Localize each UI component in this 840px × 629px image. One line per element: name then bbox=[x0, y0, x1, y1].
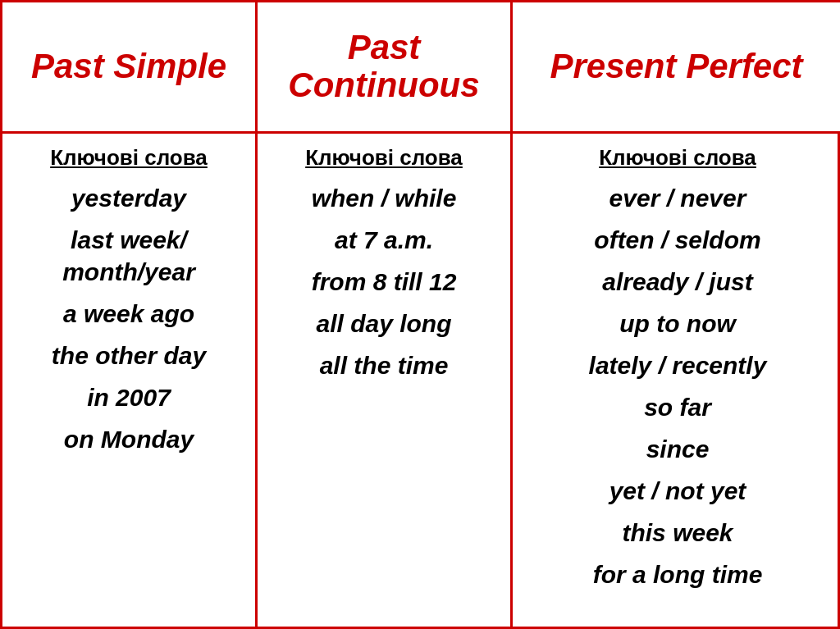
keyword-at-7am: at 7 a.m. bbox=[335, 224, 433, 256]
keyword-for-a-long-time: for a long time bbox=[593, 558, 763, 590]
keyword-all-day-long: all day long bbox=[316, 308, 451, 340]
keyword-already-just: already / just bbox=[602, 266, 752, 298]
present-perfect-content: Ключові слова ever / never often / seldo… bbox=[513, 134, 840, 627]
past-simple-title: Past Simple bbox=[31, 48, 226, 85]
past-continuous-keywords: when / while at 7 a.m. from 8 till 12 al… bbox=[266, 177, 502, 386]
past-simple-content: Ключові слова yesterday last week/ month… bbox=[2, 134, 258, 627]
keyword-lately-recently: lately / recently bbox=[589, 349, 767, 381]
past-continuous-title: Past Continuous bbox=[266, 29, 502, 104]
keyword-so-far: so far bbox=[644, 391, 711, 423]
keyword-often-seldom: often / seldom bbox=[594, 224, 760, 256]
keyword-on-monday: on Monday bbox=[64, 423, 194, 455]
keyword-this-week: this week bbox=[622, 517, 733, 549]
keyword-yet-not-yet: yet / not yet bbox=[609, 475, 746, 507]
past-continuous-content: Ключові слова when / while at 7 a.m. fro… bbox=[258, 134, 513, 627]
past-simple-keywords: yesterday last week/ month/year a week a… bbox=[11, 177, 247, 460]
grammar-table: Past Simple Past Continuous Present Perf… bbox=[0, 0, 840, 629]
present-perfect-header: Present Perfect bbox=[513, 2, 840, 134]
keyword-a-week-ago: a week ago bbox=[63, 298, 194, 330]
keyword-from-8-till-12: from 8 till 12 bbox=[312, 266, 457, 298]
past-simple-header: Past Simple bbox=[2, 2, 258, 134]
keyword-the-other-day: the other day bbox=[52, 340, 206, 371]
keyword-all-the-time: all the time bbox=[320, 349, 449, 381]
past-continuous-klyuchovi: Ключові слова bbox=[305, 145, 463, 171]
present-perfect-keywords: ever / never often / seldom already / ju… bbox=[521, 177, 834, 595]
keyword-in-2007: in 2007 bbox=[87, 381, 171, 413]
keyword-last-week: last week/ month/year bbox=[11, 224, 247, 288]
present-perfect-title: Present Perfect bbox=[550, 48, 802, 85]
past-simple-klyuchovi: Ключові слова bbox=[50, 145, 208, 171]
keyword-yesterday: yesterday bbox=[71, 182, 186, 214]
keyword-ever-never: ever / never bbox=[609, 182, 746, 214]
keyword-since: since bbox=[646, 433, 710, 465]
past-continuous-header: Past Continuous bbox=[258, 2, 513, 134]
present-perfect-klyuchovi: Ключові слова bbox=[599, 145, 756, 171]
keyword-up-to-now: up to now bbox=[619, 308, 736, 340]
keyword-when-while: when / while bbox=[312, 182, 457, 214]
